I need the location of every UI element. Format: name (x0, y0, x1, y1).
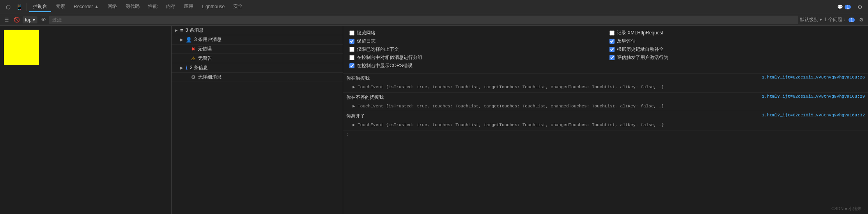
right-panel: 隐藏网络 保留日志 仅限已选择的上下文 在控制台中对相似消息进行分组 在控制台中… (343, 26, 868, 214)
checkbox-selected-context-input[interactable] (349, 47, 354, 52)
more-arrow[interactable]: › (343, 130, 868, 139)
checkbox-hide-network-input[interactable] (349, 30, 354, 36)
filter-input[interactable] (49, 16, 798, 24)
console-log: 你在触摸我 1.html?_ijt=82oe16i5…vv8tnvg9vhgva… (343, 73, 868, 214)
toolbar-separator-1 (27, 3, 27, 11)
info-icon: ℹ (186, 65, 188, 71)
checkbox-xmlhttprequest[interactable]: 记录 XMLHttpRequest (609, 29, 862, 37)
checkbox-user-activation[interactable]: 评估触发了用户激活行为 (609, 54, 862, 62)
list-icon: ≡ (180, 27, 183, 33)
tab-network[interactable]: 网络 (104, 2, 121, 12)
log-header-1[interactable]: 你在不停的抚摸我 1.html?_ijt=82oe16i5…vv8tnvg9vh… (343, 93, 868, 102)
log-header-2[interactable]: 你离开了 1.html?_ijt=82oe16i5…vv8tnvg9vhgva1… (343, 111, 868, 121)
checkbox-autocomplete-input[interactable] (609, 47, 615, 52)
top-label: top ▾ (25, 17, 35, 23)
checkbox-eager-eval-label: 及早评估 (617, 38, 636, 45)
tree-item-no-warnings[interactable]: ⚠ 无警告 (172, 54, 343, 63)
eye-icon[interactable]: 👁 (39, 16, 48, 24)
checkbox-autocomplete[interactable]: 根据历史记录自动补全 (609, 45, 862, 54)
checkbox-selected-context-label: 仅限已选择的上下文 (357, 46, 399, 53)
context-selector[interactable]: top ▾ (23, 16, 37, 23)
log-group-0: 你在触摸我 1.html?_ijt=82oe16i5…vv8tnvg9vhgva… (343, 73, 868, 93)
checkbox-preserve-log[interactable]: 保留日志 (349, 37, 602, 45)
tab-recorder[interactable]: Recorder ▲ (70, 2, 103, 12)
device-icon[interactable]: 📱 (14, 2, 24, 12)
log-header-0[interactable]: 你在触摸我 1.html?_ijt=82oe16i5…vv8tnvg9vhgva… (343, 73, 868, 83)
checkbox-group-similar[interactable]: 在控制台中对相似消息进行分组 (349, 54, 602, 62)
log-title-0: 你在触摸我 (346, 75, 370, 82)
tree-item-no-verbose[interactable]: ⚙ 无详细消息 (172, 73, 343, 82)
tab-security[interactable]: 安全 (229, 2, 246, 12)
tree-label-5: 无详细消息 (198, 74, 221, 80)
settings-icon[interactable]: ⚙ (855, 2, 865, 12)
tree-label-3: 无警告 (198, 55, 212, 62)
arrow-icon-0: ▶ (175, 28, 180, 32)
error-icon: ✖ (191, 46, 195, 52)
warn-icon: ⚠ (191, 55, 196, 61)
main-content: ▶ ≡ 3 条消息 ▶ 👤 3 条用户消息 ✖ 无错误 ⚠ 无警告 ▶ ℹ 3 … (0, 26, 868, 214)
tab-performance[interactable]: 性能 (144, 2, 161, 12)
options-panel: 隐藏网络 保留日志 仅限已选择的上下文 在控制台中对相似消息进行分组 在控制台中… (343, 26, 868, 73)
log-source-2[interactable]: 1.html?_ijt=82oe16i5…vv8tnvg9vhgva16u:32 (762, 113, 865, 118)
log-source-0[interactable]: 1.html?_ijt=82oe16i5…vv8tnvg9vhgva16u:26 (762, 75, 865, 80)
console-toolbar-right: 默认级别 ▾ 1 个问题： 1 ⚙ (800, 16, 866, 24)
tree-item-user-messages[interactable]: ▶ 👤 3 条用户消息 (172, 35, 343, 45)
checkbox-selected-context[interactable]: 仅限已选择的上下文 (349, 45, 602, 54)
checkbox-hide-network[interactable]: 隐藏网络 (349, 29, 602, 37)
checkbox-group-similar-input[interactable] (349, 55, 354, 60)
log-source-1[interactable]: 1.html?_ijt=82oe16i5…vv8tnvg9vhgva16u:29 (762, 94, 865, 99)
tab-elements[interactable]: 元素 (52, 2, 69, 12)
tree-item-messages[interactable]: ▶ ≡ 3 条消息 (172, 26, 343, 35)
checkbox-user-activation-input[interactable] (609, 55, 615, 60)
inspect-icon[interactable]: ⬡ (3, 2, 13, 12)
checkbox-cors-errors-input[interactable] (349, 63, 354, 68)
tree-item-no-errors[interactable]: ✖ 无错误 (172, 45, 343, 54)
issues-badge-button[interactable]: 💬 1 (834, 3, 854, 11)
log-detail-text-0: ▶ TouchEvent {isTrusted: true, touches: … (353, 85, 664, 89)
log-detail-1: ▶ TouchEvent {isTrusted: true, touches: … (343, 102, 868, 111)
console-toolbar: ☰ 🚫 top ▾ 👁 默认级别 ▾ 1 个问题： 1 ⚙ (0, 14, 868, 26)
sidebar-toggle-icon[interactable]: ☰ (2, 16, 11, 24)
yellow-preview-box (4, 30, 39, 65)
tree-label-4: 3 条信息 (190, 64, 208, 71)
tab-application[interactable]: 应用 (180, 2, 197, 12)
top-toolbar: ⬡ 📱 控制台 元素 Recorder ▲ 网络 源代码 性能 内存 应用 Li… (0, 0, 868, 14)
arrow-icon-4: ▶ (180, 66, 186, 70)
verbose-icon: ⚙ (191, 74, 196, 80)
clear-icon[interactable]: 🚫 (12, 16, 21, 24)
tab-source[interactable]: 源代码 (122, 2, 143, 12)
checkbox-cors-errors[interactable]: 在控制台中显示CORS错误 (349, 62, 602, 70)
badge-count: 1 (845, 5, 851, 9)
log-detail-2: ▶ TouchEvent {isTrusted: true, touches: … (343, 121, 868, 130)
tab-lighthouse[interactable]: Lighthouse (198, 2, 229, 12)
checkbox-preserve-log-label: 保留日志 (357, 38, 376, 45)
issues-count: 1 (849, 18, 855, 22)
issues-button[interactable]: 1 个问题： 1 (824, 16, 855, 23)
preview-pane (0, 26, 172, 214)
log-detail-text-1: ▶ TouchEvent {isTrusted: true, touches: … (353, 104, 664, 109)
watermark: CSDN ● 小猪朱... (831, 206, 865, 212)
checkbox-group-similar-label: 在控制台中对相似消息进行分组 (357, 54, 422, 61)
level-selector[interactable]: 默认级别 ▾ (800, 16, 822, 23)
checkbox-preserve-log-input[interactable] (349, 39, 354, 44)
message-icon: 💬 (837, 4, 843, 10)
tree-item-info[interactable]: ▶ ℹ 3 条信息 (172, 63, 343, 73)
checkbox-autocomplete-label: 根据历史记录自动补全 (617, 46, 664, 53)
checkbox-xmlhttprequest-input[interactable] (609, 30, 615, 36)
log-detail-0: ▶ TouchEvent {isTrusted: true, touches: … (343, 83, 868, 92)
log-group-1: 你在不停的抚摸我 1.html?_ijt=82oe16i5…vv8tnvg9vh… (343, 93, 868, 112)
user-icon: 👤 (186, 37, 192, 43)
settings-gear-icon[interactable]: ⚙ (857, 16, 866, 24)
checkbox-eager-eval[interactable]: 及早评估 (609, 37, 862, 45)
options-left-col: 隐藏网络 保留日志 仅限已选择的上下文 在控制台中对相似消息进行分组 在控制台中… (349, 29, 602, 70)
tab-memory[interactable]: 内存 (162, 2, 179, 12)
tab-console[interactable]: 控制台 (29, 2, 51, 12)
checkbox-eager-eval-input[interactable] (609, 39, 615, 44)
log-detail-text-2: ▶ TouchEvent {isTrusted: true, touches: … (353, 123, 664, 127)
tree-label-2: 无错误 (198, 46, 212, 52)
console-tree: ▶ ≡ 3 条消息 ▶ 👤 3 条用户消息 ✖ 无错误 ⚠ 无警告 ▶ ℹ 3 … (172, 26, 343, 214)
checkbox-hide-network-label: 隐藏网络 (357, 30, 376, 36)
tree-label-0: 3 条消息 (186, 27, 204, 34)
issues-label: 1 个问题： (824, 16, 847, 23)
checkbox-user-activation-label: 评估触发了用户激活行为 (617, 54, 668, 61)
